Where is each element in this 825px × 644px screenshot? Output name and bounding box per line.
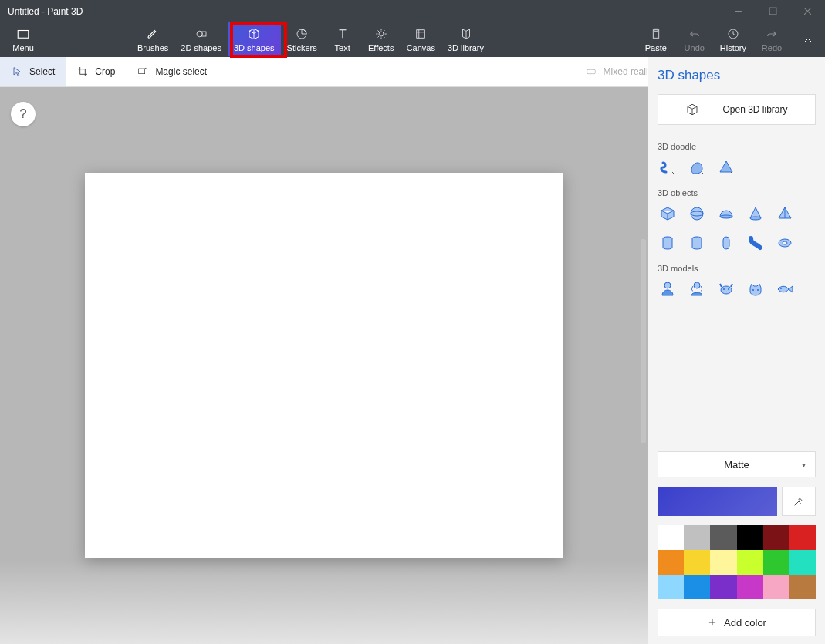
svg-point-15: [750, 217, 761, 220]
svg-point-12: [691, 207, 703, 220]
cube-icon: [247, 27, 261, 41]
svg-point-22: [664, 282, 671, 288]
collapse-panel-button[interactable]: [791, 22, 825, 57]
model-man[interactable]: [658, 279, 678, 299]
shape-tube[interactable]: [687, 233, 707, 253]
minimize-button[interactable]: [721, 0, 756, 22]
undo-button[interactable]: Undo: [675, 22, 714, 57]
color-swatch[interactable]: [710, 575, 736, 599]
shape-capsule[interactable]: [716, 233, 736, 253]
color-swatch[interactable]: [684, 550, 710, 575]
title-bar: Untitled - Paint 3D: [0, 0, 825, 22]
tab-text[interactable]: Text: [323, 22, 362, 57]
shape-cone[interactable]: [746, 204, 766, 224]
paste-button[interactable]: Paste: [637, 22, 675, 57]
canvas-scrollbar[interactable]: [641, 239, 646, 443]
svg-rect-10: [139, 69, 145, 74]
color-swatch[interactable]: [710, 525, 736, 550]
shape-hemisphere[interactable]: [716, 204, 736, 224]
shape-donut[interactable]: [775, 233, 795, 253]
current-color-swatch[interactable]: [658, 487, 777, 516]
objects-row: [658, 204, 816, 253]
color-swatch[interactable]: [763, 550, 789, 575]
shapes-2d-icon: [194, 27, 208, 41]
ribbon-label: Stickers: [287, 43, 317, 52]
color-swatch[interactable]: [658, 525, 684, 550]
open-3d-library-button[interactable]: Open 3D library: [658, 94, 816, 125]
tab-stickers[interactable]: Stickers: [281, 22, 323, 57]
color-swatch[interactable]: [737, 575, 763, 599]
color-swatch[interactable]: [737, 525, 763, 550]
material-dropdown[interactable]: Matte ▾: [658, 451, 816, 477]
shape-cylinder[interactable]: [658, 233, 678, 253]
ribbon-label: 3D shapes: [234, 43, 275, 52]
model-dog[interactable]: [716, 279, 736, 299]
tab-canvas[interactable]: Canvas: [401, 22, 441, 57]
menu-label: Menu: [12, 43, 34, 52]
shape-sphere[interactable]: [687, 204, 707, 224]
library-panel-icon: [685, 103, 699, 116]
models-row: [658, 279, 816, 299]
paste-icon: [649, 27, 663, 41]
ribbon-label: Paste: [645, 43, 667, 52]
redo-button[interactable]: Redo: [752, 22, 791, 57]
tab-2d-shapes[interactable]: 2D shapes: [174, 22, 228, 57]
add-color-button[interactable]: Add color: [658, 609, 816, 636]
help-button[interactable]: ?: [11, 102, 36, 126]
color-swatch[interactable]: [684, 575, 710, 599]
shape-cube[interactable]: [658, 204, 678, 224]
close-button[interactable]: [790, 0, 825, 22]
tab-brushes[interactable]: Brushes: [131, 22, 174, 57]
redo-icon: [765, 27, 779, 41]
svg-point-28: [757, 289, 759, 291]
color-swatch[interactable]: [684, 525, 710, 550]
menu-button[interactable]: Menu: [0, 22, 46, 57]
magic-select-tool[interactable]: Magic select: [126, 57, 218, 86]
crop-tool[interactable]: Crop: [66, 57, 126, 86]
ribbon-label: Effects: [368, 43, 394, 52]
maximize-button[interactable]: [756, 0, 790, 22]
color-swatch[interactable]: [789, 525, 816, 550]
text-icon: [336, 27, 350, 41]
color-swatch[interactable]: [658, 575, 684, 599]
history-button[interactable]: History: [714, 22, 752, 57]
window-controls: [721, 0, 825, 22]
doodle-row: [658, 157, 816, 177]
open-library-label: Open 3D library: [722, 104, 787, 115]
effects-icon: [374, 27, 388, 41]
ribbon-label: Undo: [685, 43, 705, 52]
shape-curved-cylinder[interactable]: [746, 233, 766, 253]
add-color-label: Add color: [724, 617, 766, 629]
color-swatch[interactable]: [763, 525, 789, 550]
help-icon: ?: [19, 106, 26, 122]
doodle-sharp-tool[interactable]: [716, 157, 736, 177]
color-swatch[interactable]: [763, 575, 789, 599]
canvas[interactable]: [85, 173, 563, 558]
model-woman[interactable]: [687, 279, 707, 299]
doodle-soft-tool[interactable]: [687, 157, 707, 177]
color-swatch[interactable]: [789, 550, 816, 575]
color-palette: [658, 525, 816, 599]
doodle-tube-tool[interactable]: [658, 157, 678, 177]
color-swatch[interactable]: [737, 550, 763, 575]
tab-3d-shapes[interactable]: 3D shapes: [228, 22, 281, 57]
plus-icon: [707, 617, 718, 628]
tool-label: Select: [29, 66, 55, 77]
tab-effects[interactable]: Effects: [362, 22, 401, 57]
ribbon-label: Canvas: [407, 43, 435, 52]
panel-title: 3D shapes: [658, 68, 816, 83]
color-swatch[interactable]: [789, 575, 816, 599]
model-cat[interactable]: [746, 279, 766, 299]
select-tool[interactable]: Select: [0, 57, 66, 86]
brush-icon: [146, 27, 160, 41]
eyedropper-button[interactable]: [782, 487, 816, 516]
color-swatch[interactable]: [710, 550, 736, 575]
color-swatch[interactable]: [658, 550, 684, 575]
svg-point-27: [752, 289, 754, 291]
tab-3d-library[interactable]: 3D library: [441, 22, 490, 57]
svg-rect-1: [18, 31, 29, 39]
model-fish[interactable]: [775, 279, 795, 299]
shape-pyramid[interactable]: [775, 204, 795, 224]
ribbon-label: Text: [335, 43, 350, 52]
svg-point-29: [780, 288, 782, 289]
